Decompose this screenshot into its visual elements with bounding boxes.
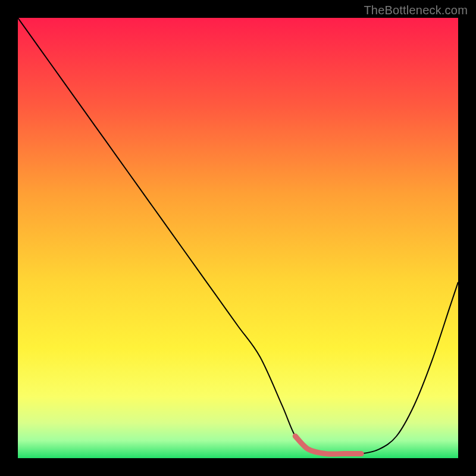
bottleneck-curve: [18, 18, 458, 454]
chart-frame: TheBottleneck.com: [0, 0, 476, 476]
watermark-text: TheBottleneck.com: [364, 4, 468, 17]
plot-area: [18, 18, 458, 458]
flat-bottom-segment: [295, 436, 361, 454]
curve-layer: [18, 18, 458, 458]
